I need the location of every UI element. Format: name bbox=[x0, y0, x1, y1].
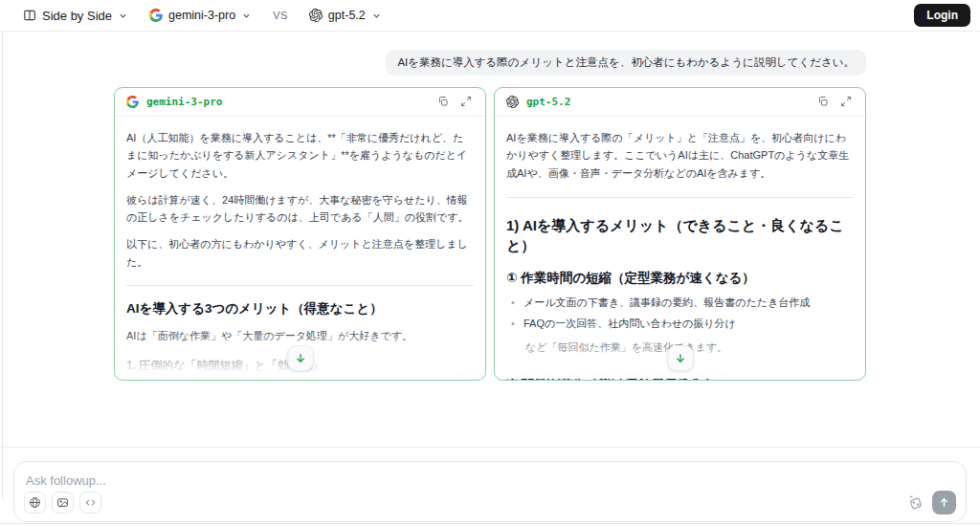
content-block-h1: 1) AIを導入するメリット（できること・良くなること） bbox=[506, 215, 854, 255]
list-item: メール文面の下書き、議事録の要約、報告書のたたき台作成 bbox=[506, 294, 854, 312]
scroll-to-bottom-button[interactable] bbox=[287, 345, 313, 371]
web-search-button[interactable] bbox=[24, 492, 46, 514]
content-block-h2: ① 作業時間の短縮（定型業務が速くなる） bbox=[506, 270, 854, 288]
content-block-p: 以下に、初心者の方にもわかりやすく、メリットと注意点を整理しました。 bbox=[126, 235, 474, 271]
panel-header: gemini-3-pro bbox=[115, 88, 485, 117]
response-panel-gemini: gemini-3-pro AI（人工知能）を業務に導入することは、**「非常に優… bbox=[114, 87, 486, 381]
followup-input[interactable] bbox=[26, 473, 676, 488]
columns-icon bbox=[23, 9, 36, 22]
send-button[interactable] bbox=[932, 491, 956, 515]
google-logo-icon bbox=[149, 9, 163, 22]
model-selector-right[interactable]: gpt-5.2 bbox=[309, 9, 382, 22]
content-block-hr bbox=[506, 197, 854, 198]
chevron-down-icon bbox=[241, 11, 252, 21]
random-prompt-button[interactable] bbox=[907, 494, 924, 511]
copy-icon bbox=[817, 96, 829, 107]
model-left-label: gemini-3-pro bbox=[168, 9, 235, 22]
top-bar: Side by Side gemini-3-pro VS gpt-5.2 Log… bbox=[0, 0, 980, 32]
chevron-down-icon bbox=[371, 11, 382, 21]
content-block-p: AI（人工知能）を業務に導入することは、**「非常に優秀だけれど、たまに知ったか… bbox=[126, 129, 474, 183]
expand-icon bbox=[460, 96, 472, 107]
openai-logo-icon bbox=[309, 9, 323, 22]
composer-section bbox=[0, 447, 980, 526]
model-selector-left[interactable]: gemini-3-pro bbox=[149, 9, 252, 22]
login-button[interactable]: Login bbox=[914, 4, 970, 27]
mode-selector[interactable]: Side by Side bbox=[23, 9, 128, 23]
arrow-down-icon bbox=[294, 352, 306, 364]
panel-model-name: gemini-3-pro bbox=[146, 96, 222, 108]
response-panel-gpt: gpt-5.2 AIを業務に導入する際の「メリット」と「注意点」を、初心者向けに… bbox=[494, 87, 866, 381]
followup-composer[interactable] bbox=[13, 461, 967, 522]
vs-label: VS bbox=[273, 10, 288, 21]
copy-button[interactable] bbox=[815, 94, 831, 109]
response-content[interactable]: AI（人工知能）を業務に導入することは、**「非常に優秀だけれど、たまに知ったか… bbox=[115, 117, 485, 380]
user-message-row: AIを業務に導入する際のメリットと注意点を、初心者にもわかるように説明してくださ… bbox=[114, 50, 866, 76]
content-block-ul: メール文面の下書き、議事録の要約、報告書のたたき台作成FAQの一次回答、社内問い… bbox=[506, 294, 854, 333]
list-item: FAQの一次回答、社内問い合わせの振り分け bbox=[506, 315, 854, 333]
mode-label: Side by Side bbox=[42, 9, 112, 23]
content-block-hr bbox=[126, 285, 474, 286]
code-icon bbox=[84, 496, 97, 509]
arrow-down-icon bbox=[674, 352, 686, 364]
content-block-h2: ② 品質の安定（抜け漏れを減らす） bbox=[506, 371, 854, 380]
user-prompt-bubble: AIを業務に導入する際のメリットと注意点を、初心者にもわかるように説明してくださ… bbox=[386, 50, 866, 76]
composer-actions bbox=[907, 491, 956, 515]
expand-button[interactable] bbox=[838, 94, 854, 109]
scroll-to-bottom-button[interactable] bbox=[667, 345, 693, 371]
sidebar-edge-divider[interactable] bbox=[2, 33, 3, 499]
content-block-h2: AIを導入する3つのメリット（得意なこと） bbox=[126, 300, 474, 318]
attach-image-button[interactable] bbox=[52, 492, 74, 514]
conversation-area: AIを業務に導入する際のメリットと注意点を、初心者にもわかるように説明してくださ… bbox=[114, 50, 866, 381]
dice-icon bbox=[907, 494, 924, 511]
panel-header: gpt-5.2 bbox=[495, 88, 865, 117]
content-block-p: 彼らは計算が速く、24時間働けますが、大事な秘密を守らせたり、情報の正しさをチェ… bbox=[126, 191, 474, 227]
model-right-label: gpt-5.2 bbox=[328, 9, 366, 22]
globe-icon bbox=[29, 496, 41, 509]
content-block-p: AIを業務に導入する際の「メリット」と「注意点」を、初心者向けにわかりやすく整理… bbox=[506, 129, 854, 183]
expand-button[interactable] bbox=[458, 94, 474, 109]
code-mode-button[interactable] bbox=[79, 492, 101, 514]
model-panels-row: gemini-3-pro AI（人工知能）を業務に導入することは、**「非常に優… bbox=[114, 87, 866, 381]
content-block-p: AIは「面倒な作業」や「大量のデータ処理」が大好きです。 bbox=[126, 327, 474, 345]
response-content[interactable]: AIを業務に導入する際の「メリット」と「注意点」を、初心者向けにわかりやすく整理… bbox=[495, 117, 865, 380]
expand-icon bbox=[840, 96, 852, 107]
google-logo-icon bbox=[126, 96, 139, 108]
copy-icon bbox=[437, 96, 449, 107]
panel-model-name: gpt-5.2 bbox=[526, 96, 570, 108]
openai-logo-icon bbox=[506, 96, 519, 108]
chevron-down-icon bbox=[118, 11, 128, 21]
image-icon bbox=[56, 496, 69, 509]
page-bottom-border bbox=[0, 523, 980, 524]
composer-toolbar bbox=[24, 491, 956, 515]
copy-button[interactable] bbox=[435, 94, 451, 109]
arrow-up-icon bbox=[938, 496, 950, 509]
